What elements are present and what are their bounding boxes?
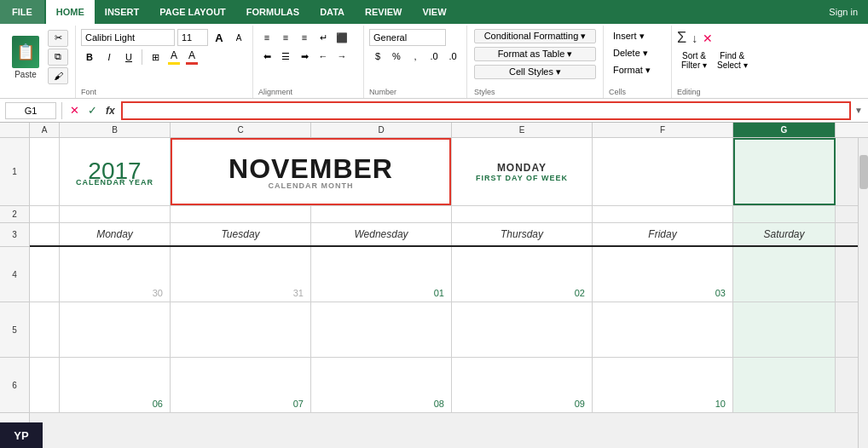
cell-a2[interactable] — [30, 206, 60, 222]
align-top-left-button[interactable]: ≡ — [258, 29, 275, 46]
sort-filter-button[interactable]: Sort &Filter ▾ — [677, 49, 711, 72]
cell-f5[interactable] — [593, 302, 733, 357]
cell-a1[interactable] — [30, 138, 60, 205]
merge-button[interactable]: ⬛ — [333, 29, 350, 46]
clear-button[interactable]: ✕ — [703, 32, 713, 45]
col-header-a[interactable]: A — [30, 123, 60, 137]
cancel-formula-button[interactable]: ✕ — [67, 103, 82, 118]
cell-g4[interactable] — [733, 247, 836, 302]
fill-color-button[interactable]: A — [166, 48, 182, 66]
insert-button[interactable]: Insert ▾ — [609, 29, 666, 43]
cell-f3[interactable]: Friday — [593, 223, 733, 245]
sign-in[interactable]: Sign in — [819, 7, 868, 17]
increase-font-size-button[interactable]: A — [211, 29, 228, 46]
col-header-e[interactable]: E — [452, 123, 593, 137]
vertical-scrollbar[interactable] — [858, 138, 868, 448]
decrease-font-size-button[interactable]: A — [230, 29, 247, 46]
tab-file[interactable]: FILE — [0, 0, 44, 24]
cell-g1[interactable] — [733, 138, 836, 205]
cut-button[interactable]: ✂ — [48, 30, 68, 47]
col-header-g[interactable]: G — [733, 123, 836, 137]
cell-d3[interactable]: Wednesday — [311, 223, 452, 245]
confirm-formula-button[interactable]: ✓ — [85, 103, 100, 118]
cell-b1[interactable]: 2017 CALENDAR YEAR — [60, 138, 171, 205]
cell-d5[interactable] — [311, 302, 452, 357]
wrap-text-button[interactable]: ↵ — [315, 29, 332, 46]
font-name-input[interactable] — [81, 29, 175, 46]
tab-home[interactable]: HOME — [46, 0, 95, 24]
cell-c5[interactable] — [171, 302, 311, 357]
cell-f2[interactable] — [593, 206, 733, 222]
tab-view[interactable]: VIEW — [412, 0, 456, 24]
row-header-6[interactable]: 6 — [0, 358, 29, 413]
align-top-center-button[interactable]: ≡ — [277, 29, 294, 46]
cell-c6[interactable]: 07 — [171, 358, 311, 412]
cell-a3[interactable] — [30, 223, 60, 245]
cell-cd1[interactable]: NOVEMBER CALENDAR MONTH — [171, 138, 452, 205]
col-header-b[interactable]: B — [60, 123, 171, 137]
tab-review[interactable]: REVIEW — [355, 0, 412, 24]
align-left-button[interactable]: ⬅ — [258, 48, 275, 65]
cell-c3[interactable]: Tuesday — [171, 223, 311, 245]
col-header-f[interactable]: F — [593, 123, 733, 137]
font-size-input[interactable] — [177, 29, 208, 46]
cell-d2[interactable] — [311, 206, 452, 222]
row-header-4[interactable]: 4 — [0, 247, 29, 302]
cell-b2[interactable] — [60, 206, 171, 222]
tab-insert[interactable]: INSERT — [95, 0, 149, 24]
cell-b3[interactable]: Monday — [60, 223, 171, 245]
accounting-button[interactable]: $ — [369, 48, 386, 65]
col-header-d[interactable]: D — [311, 123, 452, 137]
percent-button[interactable]: % — [388, 48, 405, 65]
cell-b5[interactable] — [60, 302, 171, 357]
cell-a5[interactable] — [30, 302, 60, 357]
cell-e2[interactable] — [452, 206, 593, 222]
number-format-input[interactable] — [369, 29, 446, 46]
cell-c2[interactable] — [171, 206, 311, 222]
cell-d6[interactable]: 08 — [311, 358, 452, 412]
cell-e1[interactable]: MONDAY FIRST DAY OF WEEK — [452, 138, 593, 205]
delete-button[interactable]: Delete ▾ — [609, 46, 666, 60]
cell-e6[interactable]: 09 — [452, 358, 593, 412]
format-button[interactable]: Format ▾ — [609, 63, 666, 78]
cell-e4[interactable]: 02 — [452, 247, 593, 302]
formula-input[interactable] — [121, 101, 851, 120]
fill-button[interactable]: ↓ — [692, 32, 697, 45]
row-header-2[interactable]: 2 — [0, 206, 29, 223]
find-select-button[interactable]: Find &Select ▾ — [713, 49, 752, 72]
increase-decimal-button[interactable]: .0 — [425, 48, 443, 65]
sum-button[interactable]: Σ — [677, 29, 686, 47]
align-center-button[interactable]: ☰ — [277, 48, 294, 65]
copy-button[interactable]: ⧉ — [48, 49, 68, 66]
bold-button[interactable]: B — [81, 49, 98, 66]
insert-function-button[interactable]: fx — [103, 104, 118, 118]
tab-formulas[interactable]: FORMULAS — [236, 0, 310, 24]
conditional-formatting-button[interactable]: Conditional Formatting ▾ — [474, 29, 596, 43]
align-top-right-button[interactable]: ≡ — [296, 29, 313, 46]
cell-g3[interactable]: Saturday — [733, 223, 836, 245]
paste-button[interactable]: 📋 Paste — [7, 34, 44, 81]
cell-reference-box[interactable] — [5, 102, 56, 119]
col-header-c[interactable]: C — [171, 123, 311, 137]
cell-a4[interactable] — [30, 247, 60, 302]
tab-data[interactable]: DATA — [310, 0, 355, 24]
align-right-button[interactable]: ➡ — [296, 48, 313, 65]
format-painter-button[interactable]: 🖌 — [48, 67, 68, 84]
cell-styles-button[interactable]: Cell Styles ▾ — [474, 65, 596, 79]
cell-b6[interactable]: 06 — [60, 358, 171, 412]
font-color-button[interactable]: A — [184, 48, 200, 66]
cell-e3[interactable]: Thursday — [452, 223, 593, 245]
cell-e5[interactable] — [452, 302, 593, 357]
cell-f1[interactable] — [593, 138, 733, 205]
formula-expand-button[interactable]: ▼ — [854, 106, 863, 115]
format-as-table-button[interactable]: Format as Table ▾ — [474, 47, 596, 61]
cell-d4[interactable]: 01 — [311, 247, 452, 302]
cell-a6[interactable] — [30, 358, 60, 412]
underline-button[interactable]: U — [120, 49, 137, 66]
cell-g6[interactable] — [733, 358, 836, 412]
cell-f6[interactable]: 10 — [593, 358, 733, 412]
italic-button[interactable]: I — [101, 49, 118, 66]
row-header-5[interactable]: 5 — [0, 302, 29, 358]
row-header-3[interactable]: 3 — [0, 223, 29, 247]
comma-button[interactable]: , — [407, 48, 424, 65]
